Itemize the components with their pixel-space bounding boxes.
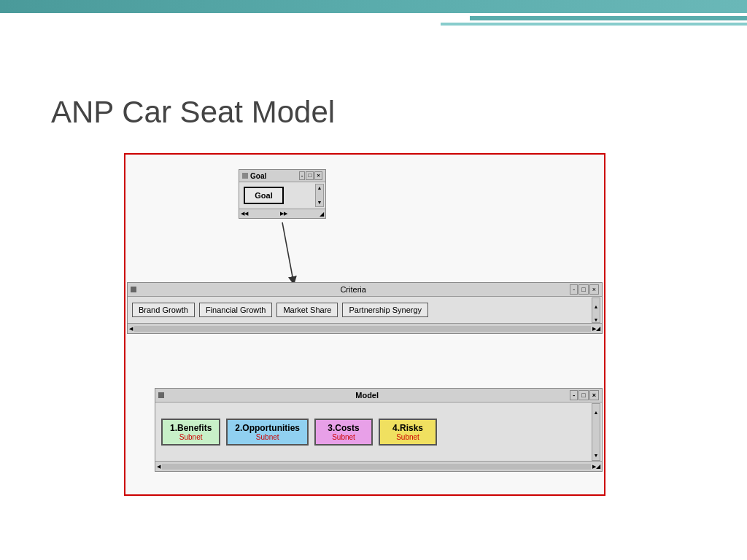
criteria-scrollbar-bottom[interactable]: ◀ ▶ ◢ [128, 323, 602, 333]
criteria-minimize-btn[interactable]: - [570, 284, 578, 295]
model-scroll-up[interactable] [594, 404, 599, 417]
model-scroll-left[interactable]: ◀ [157, 464, 160, 470]
model-hscroll-track[interactable] [162, 464, 591, 470]
model-resize[interactable]: ◢ [596, 463, 600, 470]
goal-window-controls[interactable]: - □ × [299, 171, 322, 180]
criteria-scroll-down[interactable] [594, 311, 599, 324]
top-bar [0, 0, 747, 13]
scroll-up-arrow[interactable] [317, 184, 322, 192]
goal-window-icon [242, 173, 248, 179]
page-title: ANP Car Seat Model [51, 95, 335, 130]
goal-close-btn[interactable]: × [314, 171, 322, 180]
model-window: Model - □ × 1.Benefits Subnet 2.Opportun… [155, 388, 603, 472]
criteria-scroll-up[interactable] [594, 298, 599, 311]
model-window-icon [158, 392, 164, 398]
partnership-synergy-btn[interactable]: Partnership Synergy [342, 303, 428, 317]
criteria-window-titlebar: Criteria - □ × [128, 283, 602, 297]
model-minimize-btn[interactable]: - [570, 390, 578, 400]
top-right-decoration [441, 16, 747, 38]
goal-scrollbar-bottom[interactable]: ◀ ▶ ◢ [239, 209, 325, 218]
model-window-body: 1.Benefits Subnet 2.Opportunities Subnet… [155, 402, 602, 461]
model-scrollbar-bottom[interactable]: ◀ ▶ ◢ [155, 461, 602, 471]
brand-growth-btn[interactable]: Brand Growth [132, 303, 195, 317]
criteria-window-body: Brand Growth Financial Growth Market Sha… [128, 297, 602, 323]
criteria-window-icon [131, 287, 136, 292]
goal-window: Goal - □ × Goal ◀ ▶ ◢ [239, 169, 326, 219]
benefits-subnet-btn[interactable]: 1.Benefits Subnet [161, 419, 220, 446]
criteria-window-controls[interactable]: - □ × [570, 284, 599, 295]
goal-to-criteria-arrow [235, 219, 322, 292]
diagram-container: Goal - □ × Goal ◀ ▶ ◢ [124, 153, 605, 496]
model-close-btn[interactable]: × [589, 390, 599, 400]
risks-btn-title: 4.Risks [392, 423, 423, 433]
goal-minimize-btn[interactable]: - [299, 171, 306, 180]
costs-btn-title: 3.Costs [328, 423, 359, 433]
scroll-right-arrow[interactable]: ▶ [280, 211, 287, 217]
goal-window-title: Goal [250, 172, 266, 180]
opportunities-btn-title: 2.Opportunities [235, 423, 300, 433]
criteria-window-title: Criteria [136, 285, 570, 294]
goal-scrollbar-right[interactable] [315, 184, 324, 207]
model-scroll-down[interactable] [594, 447, 599, 460]
goal-button[interactable]: Goal [244, 187, 284, 204]
costs-btn-sub: Subnet [332, 433, 355, 441]
criteria-window: Criteria - □ × Brand Growth Financial Gr… [127, 282, 603, 334]
criteria-scrollbar-right[interactable] [592, 298, 600, 323]
model-maximize-btn[interactable]: □ [578, 390, 588, 400]
opportunities-subnet-btn[interactable]: 2.Opportunities Subnet [226, 419, 309, 446]
opportunities-btn-sub: Subnet [256, 433, 279, 441]
criteria-hscroll-track[interactable] [134, 326, 591, 332]
resize-handle[interactable]: ◢ [320, 211, 324, 217]
scroll-down-arrow[interactable] [317, 199, 322, 206]
risks-subnet-btn[interactable]: 4.Risks Subnet [379, 419, 437, 446]
model-scrollbar-right[interactable] [592, 403, 600, 461]
scroll-left-arrow[interactable]: ◀ [241, 211, 248, 217]
benefits-btn-sub: Subnet [179, 433, 203, 441]
financial-growth-btn[interactable]: Financial Growth [199, 303, 273, 317]
goal-maximize-btn[interactable]: □ [306, 171, 314, 180]
model-window-title: Model [164, 391, 570, 400]
model-window-titlebar: Model - □ × [155, 389, 602, 402]
risks-btn-sub: Subnet [396, 433, 419, 441]
costs-subnet-btn[interactable]: 3.Costs Subnet [314, 419, 373, 446]
criteria-close-btn[interactable]: × [589, 284, 599, 295]
criteria-maximize-btn[interactable]: □ [578, 284, 588, 295]
goal-window-titlebar: Goal - □ × [239, 170, 325, 182]
criteria-scroll-left[interactable]: ◀ [129, 326, 133, 332]
criteria-resize[interactable]: ◢ [596, 325, 600, 332]
svg-line-0 [282, 222, 293, 281]
market-share-btn[interactable]: Market Share [276, 303, 338, 317]
goal-window-body: Goal [239, 182, 325, 209]
model-window-controls[interactable]: - □ × [570, 390, 599, 400]
benefits-btn-title: 1.Benefits [170, 423, 212, 433]
